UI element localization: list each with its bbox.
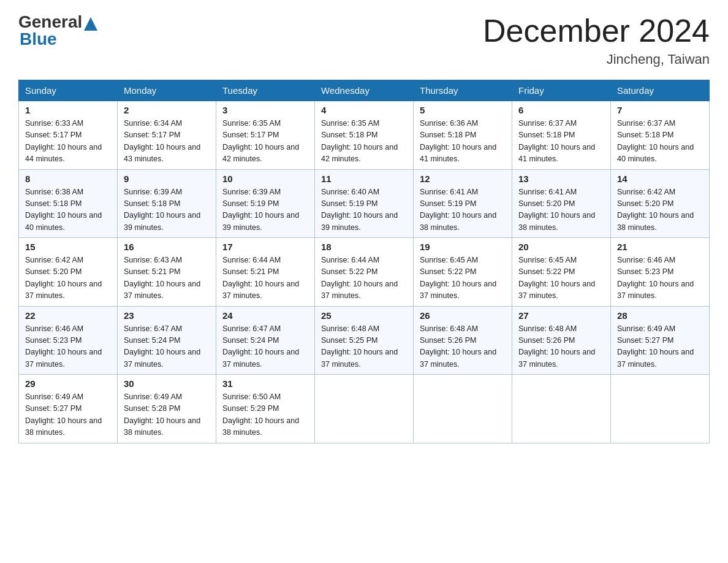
day-number: 9 — [124, 174, 210, 184]
calendar-cell: 25 Sunrise: 6:48 AMSunset: 5:25 PMDaylig… — [315, 306, 414, 375]
day-info: Sunrise: 6:35 AMSunset: 5:17 PMDaylight:… — [222, 118, 308, 166]
calendar-cell: 17 Sunrise: 6:44 AMSunset: 5:21 PMDaylig… — [216, 238, 315, 307]
day-number: 21 — [617, 242, 703, 252]
calendar-cell: 12 Sunrise: 6:41 AMSunset: 5:19 PMDaylig… — [414, 169, 512, 238]
calendar-cell: 20 Sunrise: 6:45 AMSunset: 5:22 PMDaylig… — [512, 238, 611, 307]
day-number: 4 — [321, 105, 407, 115]
day-info: Sunrise: 6:41 AMSunset: 5:19 PMDaylight:… — [420, 186, 506, 234]
calendar-cell: 31 Sunrise: 6:50 AMSunset: 5:29 PMDaylig… — [216, 375, 315, 443]
weekday-header-wednesday: Wednesday — [315, 80, 414, 101]
day-info: Sunrise: 6:44 AMSunset: 5:21 PMDaylight:… — [222, 255, 308, 302]
day-info: Sunrise: 6:41 AMSunset: 5:20 PMDaylight:… — [518, 186, 604, 234]
day-number: 15 — [25, 242, 111, 252]
calendar-header: SundayMondayTuesdayWednesdayThursdayFrid… — [19, 80, 710, 101]
day-number: 18 — [321, 242, 407, 252]
day-info: Sunrise: 6:45 AMSunset: 5:22 PMDaylight:… — [518, 255, 604, 302]
weekday-header-sunday: Sunday — [19, 80, 118, 101]
day-number: 27 — [518, 310, 604, 321]
calendar-body: 1 Sunrise: 6:33 AMSunset: 5:17 PMDayligh… — [19, 101, 710, 443]
calendar-cell: 11 Sunrise: 6:40 AMSunset: 5:19 PMDaylig… — [315, 169, 414, 238]
day-info: Sunrise: 6:42 AMSunset: 5:20 PMDaylight:… — [25, 255, 111, 302]
calendar-cell: 18 Sunrise: 6:44 AMSunset: 5:22 PMDaylig… — [315, 238, 414, 307]
svg-marker-0 — [84, 17, 97, 31]
calendar-cell: 9 Sunrise: 6:39 AMSunset: 5:18 PMDayligh… — [118, 169, 216, 238]
day-number: 11 — [321, 174, 407, 184]
weekday-header-thursday: Thursday — [414, 80, 512, 101]
day-info: Sunrise: 6:48 AMSunset: 5:26 PMDaylight:… — [518, 323, 604, 371]
day-info: Sunrise: 6:49 AMSunset: 5:28 PMDaylight:… — [124, 391, 210, 439]
day-info: Sunrise: 6:39 AMSunset: 5:19 PMDaylight:… — [222, 186, 308, 234]
calendar-week-3: 15 Sunrise: 6:42 AMSunset: 5:20 PMDaylig… — [19, 238, 710, 307]
day-number: 17 — [222, 242, 308, 252]
calendar-cell — [512, 375, 611, 443]
day-number: 31 — [222, 378, 308, 389]
day-info: Sunrise: 6:47 AMSunset: 5:24 PMDaylight:… — [124, 323, 210, 371]
day-number: 16 — [124, 242, 210, 252]
calendar-cell: 8 Sunrise: 6:38 AMSunset: 5:18 PMDayligh… — [19, 169, 118, 238]
day-number: 22 — [25, 310, 111, 321]
day-info: Sunrise: 6:34 AMSunset: 5:17 PMDaylight:… — [124, 118, 210, 166]
day-number: 20 — [518, 242, 604, 252]
day-number: 10 — [222, 174, 308, 184]
calendar-cell: 3 Sunrise: 6:35 AMSunset: 5:17 PMDayligh… — [216, 101, 315, 170]
calendar-week-2: 8 Sunrise: 6:38 AMSunset: 5:18 PMDayligh… — [19, 169, 710, 238]
day-number: 28 — [617, 310, 703, 321]
day-number: 30 — [124, 378, 210, 389]
calendar-cell: 1 Sunrise: 6:33 AMSunset: 5:17 PMDayligh… — [19, 101, 118, 170]
calendar-cell: 15 Sunrise: 6:42 AMSunset: 5:20 PMDaylig… — [19, 238, 118, 307]
weekday-header-friday: Friday — [512, 80, 611, 101]
calendar-cell: 13 Sunrise: 6:41 AMSunset: 5:20 PMDaylig… — [512, 169, 611, 238]
day-number: 8 — [25, 174, 111, 184]
calendar-cell: 2 Sunrise: 6:34 AMSunset: 5:17 PMDayligh… — [118, 101, 216, 170]
day-number: 1 — [25, 105, 111, 115]
day-info: Sunrise: 6:49 AMSunset: 5:27 PMDaylight:… — [25, 391, 111, 439]
day-number: 23 — [124, 310, 210, 321]
calendar-cell: 4 Sunrise: 6:35 AMSunset: 5:18 PMDayligh… — [315, 101, 414, 170]
calendar-cell: 29 Sunrise: 6:49 AMSunset: 5:27 PMDaylig… — [19, 375, 118, 443]
day-info: Sunrise: 6:36 AMSunset: 5:18 PMDaylight:… — [420, 118, 506, 166]
day-info: Sunrise: 6:46 AMSunset: 5:23 PMDaylight:… — [25, 323, 111, 371]
calendar-cell: 16 Sunrise: 6:43 AMSunset: 5:21 PMDaylig… — [118, 238, 216, 307]
day-info: Sunrise: 6:42 AMSunset: 5:20 PMDaylight:… — [617, 186, 703, 234]
calendar-cell — [611, 375, 710, 443]
day-info: Sunrise: 6:49 AMSunset: 5:27 PMDaylight:… — [617, 323, 703, 371]
day-info: Sunrise: 6:37 AMSunset: 5:18 PMDaylight:… — [518, 118, 604, 166]
calendar-cell: 6 Sunrise: 6:37 AMSunset: 5:18 PMDayligh… — [512, 101, 611, 170]
day-info: Sunrise: 6:47 AMSunset: 5:24 PMDaylight:… — [222, 323, 308, 371]
day-info: Sunrise: 6:38 AMSunset: 5:18 PMDaylight:… — [25, 186, 111, 234]
day-number: 3 — [222, 105, 308, 115]
day-number: 14 — [617, 174, 703, 184]
calendar-cell: 28 Sunrise: 6:49 AMSunset: 5:27 PMDaylig… — [611, 306, 710, 375]
day-number: 26 — [420, 310, 506, 321]
day-info: Sunrise: 6:44 AMSunset: 5:22 PMDaylight:… — [321, 255, 407, 302]
title-block: December 2024 Jincheng, Taiwan — [483, 12, 710, 67]
calendar-cell — [414, 375, 512, 443]
day-info: Sunrise: 6:33 AMSunset: 5:17 PMDaylight:… — [25, 118, 111, 166]
day-number: 25 — [321, 310, 407, 321]
day-number: 19 — [420, 242, 506, 252]
calendar-cell: 22 Sunrise: 6:46 AMSunset: 5:23 PMDaylig… — [19, 306, 118, 375]
calendar-cell: 24 Sunrise: 6:47 AMSunset: 5:24 PMDaylig… — [216, 306, 315, 375]
day-number: 2 — [124, 105, 210, 115]
calendar-cell — [315, 375, 414, 443]
day-info: Sunrise: 6:45 AMSunset: 5:22 PMDaylight:… — [420, 255, 506, 302]
calendar-cell: 19 Sunrise: 6:45 AMSunset: 5:22 PMDaylig… — [414, 238, 512, 307]
calendar-cell: 21 Sunrise: 6:46 AMSunset: 5:23 PMDaylig… — [611, 238, 710, 307]
calendar-cell: 5 Sunrise: 6:36 AMSunset: 5:18 PMDayligh… — [414, 101, 512, 170]
day-number: 5 — [420, 105, 506, 115]
day-info: Sunrise: 6:50 AMSunset: 5:29 PMDaylight:… — [222, 391, 308, 439]
weekday-header-saturday: Saturday — [611, 80, 710, 101]
calendar-cell: 14 Sunrise: 6:42 AMSunset: 5:20 PMDaylig… — [611, 169, 710, 238]
day-number: 7 — [617, 105, 703, 115]
calendar-cell: 27 Sunrise: 6:48 AMSunset: 5:26 PMDaylig… — [512, 306, 611, 375]
day-info: Sunrise: 6:46 AMSunset: 5:23 PMDaylight:… — [617, 255, 703, 302]
page-subtitle: Jincheng, Taiwan — [483, 52, 710, 67]
day-info: Sunrise: 6:35 AMSunset: 5:18 PMDaylight:… — [321, 118, 407, 166]
calendar-week-1: 1 Sunrise: 6:33 AMSunset: 5:17 PMDayligh… — [19, 101, 710, 170]
day-number: 6 — [518, 105, 604, 115]
page-title: December 2024 — [483, 12, 710, 49]
day-number: 29 — [25, 378, 111, 389]
logo-blue-text: Blue — [20, 29, 97, 49]
calendar-cell: 30 Sunrise: 6:49 AMSunset: 5:28 PMDaylig… — [118, 375, 216, 443]
weekday-header-tuesday: Tuesday — [216, 80, 315, 101]
